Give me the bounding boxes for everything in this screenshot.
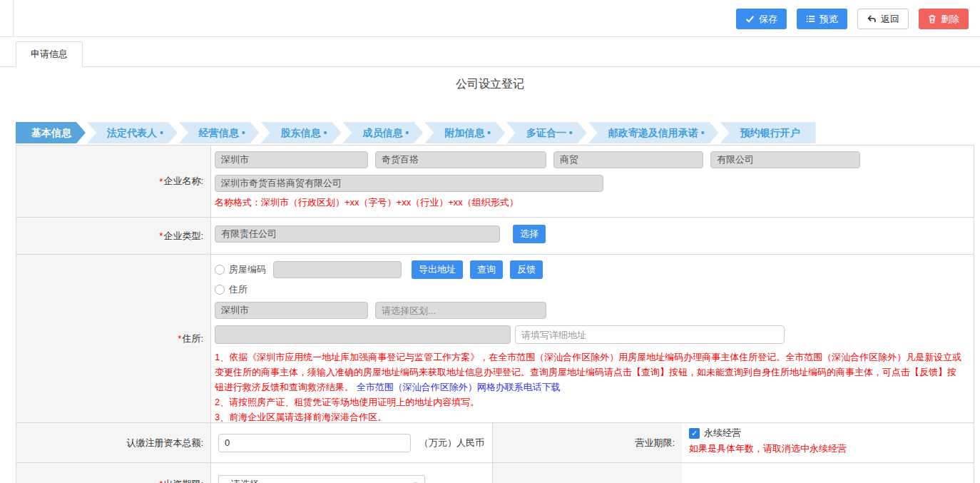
contribution-term-value: --请选择--: [225, 478, 265, 483]
delete-button[interactable]: 删除: [919, 9, 969, 29]
step-postal-credit[interactable]: 邮政寄递及信用承诺 •: [588, 122, 719, 143]
perpetual-checkbox[interactable]: [689, 428, 700, 439]
contribution-term-label: * 出资期限:: [16, 463, 211, 483]
chevron-down-icon: ▼: [412, 481, 419, 483]
check-icon: [745, 14, 755, 24]
step-shareholder-info[interactable]: 股东信息 •: [261, 122, 342, 143]
delete-button-label: 删除: [941, 13, 959, 26]
toolbar-actions: 保存 预览 返回 删除: [736, 9, 969, 29]
name-orgform-input: [710, 151, 860, 168]
field-label: 出资期限:: [163, 478, 203, 483]
name-industry-input: [553, 151, 703, 168]
query-button[interactable]: 查询: [470, 260, 503, 279]
address-note-3: 3、前海企业区属请选择前海深港合作区。: [215, 410, 964, 424]
step-legal-representative[interactable]: 法定代表人 •: [87, 122, 178, 143]
tab-bar: 申请信息: [0, 41, 980, 67]
tab-application-info[interactable]: 申请信息: [16, 41, 83, 67]
address-note-2: 2、请按照房产证、租赁凭证等场地使用证明上的地址内容填写。: [215, 395, 964, 410]
registration-form: * 企业名称: 名称格式：深圳市（行政区划）+xx（字号）+xx（行业）+xx（…: [16, 145, 974, 483]
house-code-input: [273, 261, 402, 278]
field-label: 认缴注册资本总额:: [126, 437, 203, 449]
required-mark: *: [159, 176, 163, 187]
company-name-label: * 企业名称:: [16, 146, 211, 217]
name-brand-input: [375, 151, 546, 168]
top-toolbar: 保存 预览 返回 删除: [0, 0, 980, 37]
city-input: [215, 302, 368, 319]
required-mark: *: [178, 333, 181, 344]
name-format-hint: 名称格式：深圳市（行政区划）+xx（字号）+xx（行业）+xx（组织形式）: [215, 196, 966, 209]
page-title: 公司设立登记: [0, 76, 980, 93]
company-type-input: [215, 225, 500, 243]
contribution-term-select[interactable]: --请选择-- ▼: [218, 475, 425, 483]
required-mark: *: [159, 230, 163, 241]
registered-capital-label: 认缴注册资本总额:: [16, 423, 211, 462]
address-base-input: [215, 325, 511, 344]
step-bank-appointment[interactable]: 预约银行开户: [720, 122, 816, 143]
grid-office-phone-link[interactable]: 全市范围（深汕合作区除外）网格办联系电话下载: [357, 382, 561, 392]
step-multi-cert[interactable]: 多证合一 •: [506, 122, 587, 143]
step-basic-info[interactable]: 基本信息: [16, 122, 86, 143]
wizard-steps: 基本信息 法定代表人 • 经营信息 • 股东信息 • 成员信息 • 附加信息 •…: [16, 122, 974, 143]
field-label: 营业期限:: [635, 437, 675, 449]
row-address: * 住所: 房屋编码 导出地址 查询 反馈 住所: [16, 254, 974, 422]
empty-label-cell: [493, 463, 682, 483]
capital-input[interactable]: [218, 434, 411, 452]
company-type-label: * 企业类型:: [16, 218, 211, 254]
field-label: 住所:: [182, 332, 203, 345]
row-company-type: * 企业类型: 选择: [16, 217, 974, 254]
house-code-radio-label: 房屋编码: [229, 263, 266, 276]
save-button-label: 保存: [759, 13, 777, 26]
full-name-input: [215, 175, 603, 192]
field-label: 企业类型:: [163, 230, 203, 243]
house-code-radio[interactable]: [215, 265, 225, 275]
row-capital-term: 认缴注册资本总额: （万元）人民币 营业期限: 永续经营 如果是具体年数，请取消…: [16, 422, 974, 462]
list-icon: [806, 14, 815, 24]
name-region-input: [215, 151, 368, 168]
back-button-label: 返回: [881, 13, 899, 26]
required-mark: *: [159, 479, 163, 483]
address-radio-label: 住所: [229, 283, 247, 296]
step-additional-info[interactable]: 附加信息 •: [424, 122, 505, 143]
row-company-name: * 企业名称: 名称格式：深圳市（行政区划）+xx（字号）+xx（行业）+xx（…: [16, 146, 974, 217]
field-label: 企业名称:: [163, 175, 203, 188]
choose-type-button[interactable]: 选择: [513, 225, 546, 243]
step-business-info[interactable]: 经营信息 •: [179, 122, 260, 143]
address-detail-input[interactable]: [515, 325, 785, 344]
address-notes: 1、依据《深圳市应用统一地址库加强商事登记与监管工作方案》，在全市范围（深汕合作…: [215, 350, 966, 424]
save-button[interactable]: 保存: [736, 9, 787, 29]
business-term-hint: 如果是具体年数，请取消选中永续经营: [689, 442, 966, 455]
divider: [13, 0, 14, 37]
business-term-label: 营业期限:: [493, 423, 682, 462]
district-select: [375, 302, 546, 319]
back-button[interactable]: 返回: [857, 9, 909, 29]
capital-unit: （万元）人民币: [419, 437, 484, 449]
address-note-1: 1、依据《深圳市应用统一地址库加强商事登记与监管工作方案》，在全市范围（深汕合作…: [215, 352, 961, 392]
feedback-button[interactable]: 反馈: [510, 260, 543, 279]
trash-icon: [928, 14, 936, 24]
address-label: * 住所:: [16, 255, 211, 422]
step-member-info[interactable]: 成员信息 •: [342, 122, 423, 143]
preview-button[interactable]: 预览: [797, 9, 847, 29]
perpetual-checkbox-label: 永续经营: [704, 427, 741, 439]
preview-button-label: 预览: [820, 13, 838, 26]
row-contribution-term: * 出资期限: --请选择-- ▼: [16, 462, 974, 483]
export-address-button[interactable]: 导出地址: [412, 260, 463, 279]
back-arrow-icon: [867, 14, 877, 24]
empty-cell: [682, 463, 974, 483]
address-radio[interactable]: [215, 285, 225, 295]
